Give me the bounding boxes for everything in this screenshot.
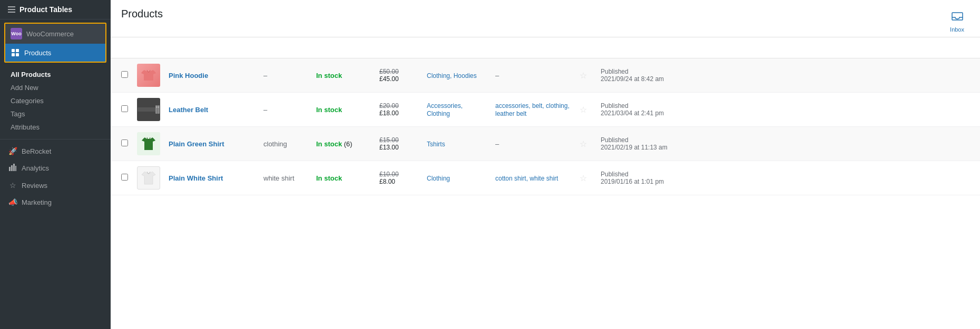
checkbox-white-shirt[interactable] [121,174,128,181]
main-header: Products Inbox [111,0,980,37]
tags-green-shirt: – [495,140,580,148]
sidebar-item-berocket[interactable]: 🚀 BeRocket [0,143,111,159]
row-checkbox-3[interactable] [121,139,137,148]
analytics-icon [8,164,17,173]
stock-pink-hoodie: In stock [316,72,379,79]
star-icon[interactable]: ☆ [580,71,587,80]
product-name-green-shirt[interactable]: Plain Green Shirt [169,140,263,148]
svg-rect-1 [16,49,19,52]
svg-rect-2 [12,53,15,56]
checkbox-pink-hoodie[interactable] [121,71,128,78]
products-nav-item[interactable]: Products [5,44,105,62]
featured-green-shirt[interactable]: ☆ [580,139,601,149]
sidebar-submenu: All Products Add New Categories Tags Att… [0,66,111,136]
white-shirt-thumbnail [137,166,160,190]
price-leather-belt: £20.00 £18.00 [379,102,427,117]
sidebar-item-analytics[interactable]: Analytics [0,159,111,177]
submenu-item-tags[interactable]: Tags [0,107,111,121]
svg-rect-4 [9,167,11,171]
date-white-shirt: Published2019/01/16 at 1:01 pm [601,171,969,185]
featured-white-shirt[interactable]: ☆ [580,173,601,183]
products-label: Products [24,49,51,57]
belt-thumbnail [137,98,160,121]
products-toolbar [111,37,980,58]
tags-leather-belt[interactable]: accessories, belt, clothing, leather bel… [495,102,580,117]
inbox-button[interactable]: Inbox [945,8,969,37]
svg-rect-0 [12,49,15,52]
svg-rect-5 [11,165,13,171]
sku-leather-belt: – [263,106,316,114]
main-content: Products Inbox Pink Hood [111,0,980,329]
reviews-label: Reviews [22,182,47,190]
product-name-pink-hoodie[interactable]: Pink Hoodie [169,72,263,79]
price-white-shirt: £10.00 £8.00 [379,171,427,185]
date-pink-hoodie: Published2021/09/24 at 8:42 am [601,68,969,83]
checkbox-green-shirt[interactable] [121,139,128,146]
table-row: Plain White Shirt white shirt In stock £… [111,161,980,195]
green-shirt-thumbnail [137,132,160,155]
price-pink-hoodie: £50.00 £45.00 [379,68,427,83]
submenu-item-all-products[interactable]: All Products [0,68,111,81]
berocket-label: BeRocket [22,147,51,155]
star-icon[interactable]: ☆ [580,174,587,183]
stock-leather-belt: In stock [316,106,379,114]
sidebar: Product Tables Woo WooCommerce Products … [0,0,111,329]
products-icon [11,48,20,57]
product-name-leather-belt[interactable]: Leather Belt [169,106,263,114]
woocommerce-section: Woo WooCommerce Products [4,23,106,63]
sidebar-item-reviews[interactable]: ☆ Reviews [0,177,111,194]
sidebar-item-marketing[interactable]: 📣 Marketing [0,194,111,211]
submenu-item-add-new[interactable]: Add New [0,81,111,94]
hoodie-thumbnail [137,64,160,87]
tags-pink-hoodie: – [495,72,580,79]
inbox-icon [952,12,963,25]
menu-icon[interactable] [8,6,15,13]
marketing-icon: 📣 [8,198,17,206]
stock-white-shirt: In stock [316,174,379,182]
star-icon[interactable]: ☆ [580,139,587,148]
date-leather-belt: Published2021/03/04 at 2:41 pm [601,102,969,117]
rocket-icon: 🚀 [8,147,17,155]
row-checkbox-4[interactable] [121,174,137,182]
sku-pink-hoodie: – [263,72,316,79]
woocommerce-logo: Woo [11,28,22,39]
product-image-leather-belt [137,98,169,121]
tags-white-shirt[interactable]: cotton shirt, white shirt [495,174,580,182]
woocommerce-item[interactable]: Woo WooCommerce [5,24,105,44]
stock-green-shirt: In stock (6) [316,140,379,148]
submenu-item-categories[interactable]: Categories [0,94,111,107]
product-image-pink-hoodie [137,64,169,87]
table-row: Leather Belt – In stock £20.00 £18.00 Ac… [111,93,980,127]
product-image-green-shirt [137,132,169,155]
app-title: Product Tables [19,5,72,14]
featured-pink-hoodie[interactable]: ☆ [580,71,601,81]
featured-leather-belt[interactable]: ☆ [580,105,601,115]
categories-white-shirt[interactable]: Clothing [427,174,495,182]
categories-pink-hoodie[interactable]: Clothing, Hoodies [427,72,495,79]
svg-rect-3 [16,53,19,56]
sidebar-header: Product Tables [0,0,111,19]
categories-leather-belt[interactable]: Accessories,Clothing [427,102,495,117]
inbox-label: Inbox [950,26,964,33]
table-row: Plain Green Shirt clothing In stock (6) … [111,127,980,161]
sku-green-shirt: clothing [263,140,316,148]
row-checkbox-1[interactable] [121,71,137,79]
row-checkbox-2[interactable] [121,105,137,114]
table-row: Pink Hoodie – In stock £50.00 £45.00 Clo… [111,58,980,93]
product-image-white-shirt [137,166,169,190]
product-name-white-shirt[interactable]: Plain White Shirt [169,174,263,182]
checkbox-leather-belt[interactable] [121,105,128,112]
woocommerce-label: WooCommerce [26,30,74,38]
sidebar-divider [0,139,111,139]
star-icon[interactable]: ☆ [580,105,587,114]
svg-rect-9 [138,107,155,112]
svg-rect-6 [13,164,15,171]
sku-white-shirt: white shirt [263,174,316,182]
marketing-label: Marketing [22,198,52,206]
categories-green-shirt[interactable]: Tshirts [427,140,495,148]
svg-rect-7 [15,166,16,171]
star-nav-icon: ☆ [8,181,17,190]
submenu-item-attributes[interactable]: Attributes [0,121,111,134]
date-green-shirt: Published2021/02/19 at 11:13 am [601,136,969,151]
page-title: Products [121,8,163,26]
